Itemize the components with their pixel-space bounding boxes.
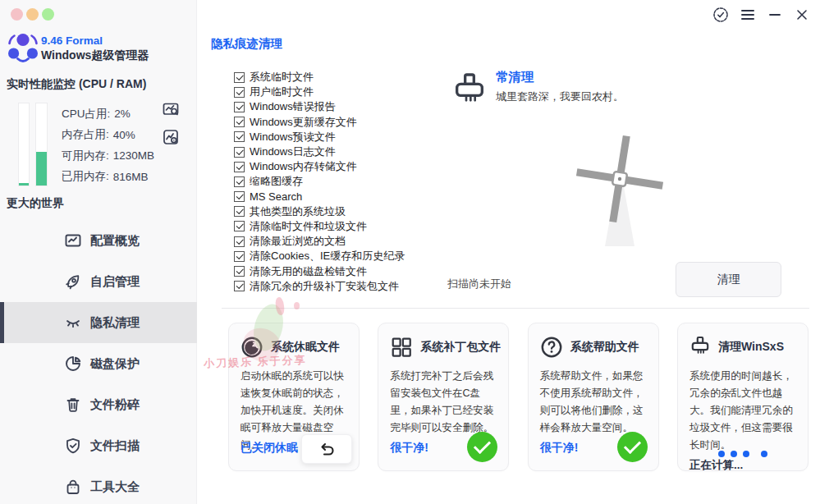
card-description: 系统打完补丁之后会残留安装包文件在C盘里，如果补丁已经安装完毕则可以安全删除。 (390, 368, 497, 437)
loading-dots-icon (678, 446, 808, 460)
checkbox-item[interactable]: 系统临时文件 (234, 70, 405, 85)
checkbox-checked-icon[interactable] (234, 191, 245, 202)
checkbox-item[interactable]: 清除冗余的升级补丁安装包文件 (234, 279, 405, 294)
chart-settings-icon[interactable] (162, 128, 180, 146)
card-status-link[interactable]: 已关闭休眠 (241, 441, 298, 456)
checkbox-checked-icon[interactable] (234, 266, 245, 277)
app-logo-icon (7, 31, 39, 67)
checkbox-checked-icon[interactable] (234, 236, 245, 247)
trash-icon (64, 396, 82, 414)
checkbox-item[interactable]: 其他类型的系统垃圾 (234, 204, 405, 219)
sidebar-item-label: 工具大全 (90, 479, 140, 495)
checkbox-checked-icon[interactable] (234, 131, 245, 142)
ram-meter-fill (36, 152, 47, 186)
card-winsxs: 清理WinSxS 系统使用的时间越长，冗余的杂乱文件也越大。我们能清理冗余的垃圾… (677, 323, 809, 471)
rocket-icon (64, 273, 82, 291)
toolbox-bag-icon (64, 478, 82, 496)
green-check-icon (617, 432, 648, 462)
checkbox-item[interactable]: 清除临时文件和垃圾文件 (234, 219, 405, 234)
clean-button[interactable]: 清理 (676, 262, 781, 297)
checkbox-item[interactable]: 清除最近浏览的文档 (234, 234, 405, 249)
world-section-title: 更大的世界 (7, 196, 64, 211)
card-title: 系统补丁包文件 (420, 340, 501, 355)
checkbox-item[interactable]: Windows日志文件 (234, 144, 405, 159)
minimize-icon[interactable] (761, 5, 788, 25)
checkbox-checked-icon[interactable] (234, 281, 245, 291)
green-check-icon (467, 432, 497, 462)
sidebar-item-label: 隐私清理 (90, 315, 140, 331)
broom-icon (453, 71, 486, 111)
card-title: 系统休眠文件 (271, 340, 340, 355)
checkbox-item[interactable]: 清除Cookies、IE缓存和历史纪录 (234, 249, 405, 263)
sidebar: 9.46 Formal Windows超级管理器 实时性能监控 (CPU / R… (0, 0, 197, 504)
app-version: 9.46 Formal (41, 34, 103, 47)
checkbox-item[interactable]: 缩略图缓存 (234, 174, 405, 189)
section-divider (222, 308, 809, 309)
checkbox-checked-icon[interactable] (234, 162, 245, 172)
closed-eye-icon (64, 314, 82, 332)
patch-grid-icon (390, 336, 413, 359)
sidebar-item-file-shred[interactable]: 文件粉碎 (0, 384, 197, 425)
card-status-link[interactable]: 很干净! (390, 441, 428, 456)
sidebar-item-label: 文件粉碎 (90, 397, 140, 413)
sidebar-item-label: 文件扫描 (90, 438, 140, 454)
menu-icon[interactable] (734, 5, 761, 25)
sidebar-item-tools[interactable]: 工具大全 (0, 466, 197, 504)
cpu-meter-fill (19, 183, 29, 186)
card-hibernation: 系统休眠文件 启动休眠的系统可以快速恢复休眠前的状态，加快开机速度。关闭休眠可释… (228, 323, 360, 471)
performance-stats: CPU占用: 2% 内存占用: 40% 可用内存: 1230MB 已用内存: 8… (62, 103, 154, 187)
broom-icon (689, 336, 711, 359)
close-dot-icon[interactable] (11, 8, 23, 21)
sidebar-item-overview[interactable]: 配置概览 (0, 220, 197, 261)
page-title: 隐私痕迹清理 (211, 36, 282, 52)
checkbox-checked-icon[interactable] (234, 147, 245, 158)
main-content: 隐私痕迹清理 系统临时文件 用户临时文件 Windows错误报告 Windows… (197, 0, 820, 504)
checkbox-checked-icon[interactable] (234, 206, 245, 217)
scan-status-text: 扫描尚未开始 (447, 277, 511, 291)
checkbox-checked-icon[interactable] (234, 72, 245, 83)
screen-search-icon[interactable] (162, 101, 180, 119)
checkbox-item[interactable]: Windows错误报告 (234, 99, 405, 114)
clean-section-subtitle: 城里套路深，我要回农村。 (496, 89, 624, 104)
close-icon[interactable] (788, 5, 815, 25)
checkbox-checked-icon[interactable] (234, 251, 245, 262)
card-title: 系统帮助文件 (570, 340, 639, 355)
checkbox-item[interactable]: 清除无用的磁盘检错文件 (234, 263, 405, 278)
cpu-usage-row: CPU占用: 2% (62, 103, 154, 125)
checkbox-item[interactable]: MS Search (234, 190, 405, 204)
app-name: Windows超级管理器 (41, 48, 149, 63)
traffic-lights (11, 8, 54, 21)
maximize-dot-icon[interactable] (42, 8, 54, 21)
checkbox-checked-icon[interactable] (234, 176, 245, 187)
card-status-link[interactable]: 很干净! (540, 441, 579, 456)
checkbox-checked-icon[interactable] (234, 117, 245, 127)
performance-monitor-title: 实时性能监控 (CPU / RAM) (7, 77, 146, 92)
sidebar-item-autostart[interactable]: 自启管理 (0, 261, 197, 302)
verified-badge-icon[interactable] (707, 5, 734, 25)
minimize-dot-icon[interactable] (26, 8, 39, 21)
sidebar-item-label: 自启管理 (90, 274, 140, 290)
used-ram-row: 已用内存: 816MB (62, 167, 154, 188)
cards-row: 系统休眠文件 启动休眠的系统可以快速恢复休眠前的状态，加快开机速度。关闭休眠可释… (228, 323, 809, 471)
checkbox-checked-icon[interactable] (234, 87, 245, 98)
sidebar-item-file-scan[interactable]: 文件扫描 (0, 425, 197, 466)
sidebar-item-disk-protect[interactable]: 磁盘保护 (0, 343, 197, 384)
checkbox-item[interactable]: Windows预读文件 (234, 130, 405, 144)
undo-button[interactable] (301, 434, 352, 464)
sleep-moon-icon (241, 336, 263, 359)
question-circle-icon (540, 336, 563, 359)
sidebar-menu: 配置概览 自启管理 隐私清理 (0, 220, 197, 504)
checkbox-item[interactable]: Windows内存转储文件 (234, 159, 405, 174)
cpu-meter (18, 103, 30, 186)
clean-section-title: 常清理 (496, 69, 534, 86)
sidebar-item-privacy-clean[interactable]: 隐私清理 (0, 302, 197, 343)
privacy-checkbox-list: 系统临时文件 用户临时文件 Windows错误报告 Windows更新缓存文件 … (234, 70, 405, 294)
card-help-files: 系统帮助文件 系统帮助文件，如果您不使用系统帮助文件，则可以将他们删除，这样会释… (528, 323, 659, 471)
checkbox-item[interactable]: Windows更新缓存文件 (234, 115, 405, 130)
checkbox-item[interactable]: 用户临时文件 (234, 85, 405, 99)
overview-chart-icon (64, 231, 82, 250)
card-patch-files: 系统补丁包文件 系统打完补丁之后会残留安装包文件在C盘里，如果补丁已经安装完毕则… (378, 323, 509, 471)
sidebar-item-label: 配置概览 (90, 233, 140, 249)
checkbox-checked-icon[interactable] (234, 102, 245, 112)
checkbox-checked-icon[interactable] (234, 221, 245, 231)
